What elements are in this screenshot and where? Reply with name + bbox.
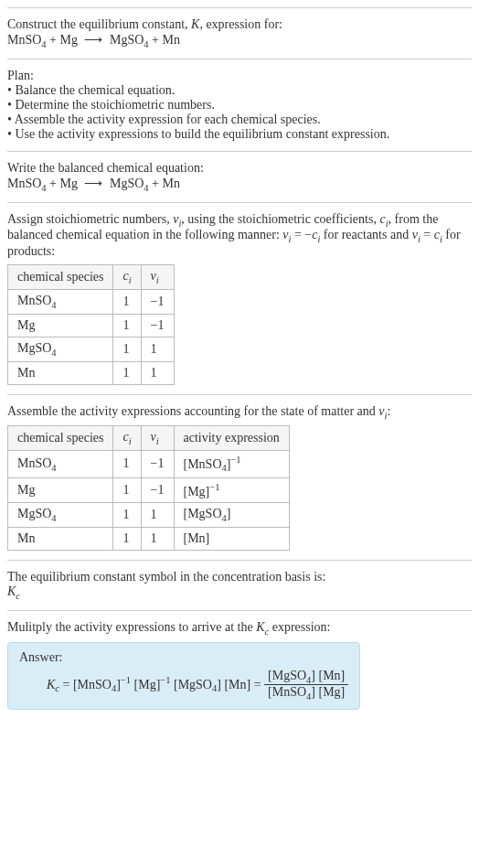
plan-bullet: • Determine the stoichiometric numbers.: [7, 98, 472, 113]
table-row: Mn 1 1: [8, 361, 175, 384]
col-species: chemical species: [8, 265, 113, 290]
plan-bullet: • Use the activity expressions to build …: [7, 127, 472, 142]
table-header-row: chemical species ci νi: [8, 265, 175, 290]
col-species: chemical species: [8, 426, 113, 451]
activity-intro: Assemble the activity expressions accoun…: [7, 404, 472, 421]
activity-section: Assemble the activity expressions accoun…: [7, 394, 472, 561]
col-ci: ci: [113, 265, 141, 290]
plan-bullet: • Balance the chemical equation.: [7, 83, 472, 98]
equation: MnSO4 + Mg ⟶ MgSO4 + Mn: [7, 33, 180, 47]
final-section: Mulitply the activity expressions to arr…: [7, 610, 472, 719]
table-row: MgSO4 1 1 [MgSO4]: [8, 503, 290, 528]
stoich-section: Assign stoichiometric numbers, νi, using…: [7, 202, 472, 394]
plan-bullet: • Assemble the activity expression for e…: [7, 113, 472, 127]
table-row: MgSO4 1 1: [8, 337, 175, 361]
k-symbol: K: [191, 17, 199, 31]
table-row: MnSO4 1 −1: [8, 289, 175, 314]
stoich-intro: Assign stoichiometric numbers, νi, using…: [7, 212, 472, 260]
table-row: Mg 1 −1 [Mg]−1: [8, 477, 290, 503]
plan-title: Plan:: [7, 69, 472, 83]
fraction: [MgSO4] [Mn] [MnSO4] [Mg]: [264, 669, 348, 702]
table-row: Mn 1 1 [Mn]: [8, 528, 290, 551]
balanced-equation: MnSO4 + Mg ⟶ MgSO4 + Mn: [7, 177, 180, 190]
text: , expression for:: [199, 17, 282, 31]
balanced-section: Write the balanced chemical equation: Mn…: [7, 151, 472, 202]
col-nui: νi: [141, 265, 174, 290]
col-nui: νi: [141, 426, 174, 451]
stoich-table: chemical species ci νi MnSO4 1 −1 Mg 1 −…: [7, 264, 175, 384]
table-row: MnSO4 1 −1 [MnSO4]−1: [8, 451, 290, 477]
symbol-line: The equilibrium constant symbol in the c…: [7, 570, 472, 584]
table-row: Mg 1 −1: [8, 314, 175, 337]
symbol-section: The equilibrium constant symbol in the c…: [7, 560, 472, 610]
final-intro: Mulitply the activity expressions to arr…: [7, 620, 472, 637]
balanced-title: Write the balanced chemical equation:: [7, 161, 472, 176]
col-ci: ci: [113, 426, 141, 451]
kc-symbol: Kc: [7, 584, 472, 601]
reaction-arrow-icon: ⟶: [84, 176, 102, 191]
reaction-arrow-icon: ⟶: [84, 32, 102, 48]
answer-label: Answer:: [19, 650, 348, 665]
answer-box: Answer: Kc = [MnSO4]−1 [Mg]−1 [MgSO4] [M…: [7, 642, 360, 711]
activity-table: chemical species ci νi activity expressi…: [7, 425, 290, 551]
table-header-row: chemical species ci νi activity expressi…: [8, 426, 290, 451]
col-activity: activity expression: [174, 426, 289, 451]
problem-statement: Construct the equilibrium constant, K, e…: [7, 7, 472, 59]
plan-section: Plan: • Balance the chemical equation. •…: [7, 59, 472, 151]
text: Construct the equilibrium constant,: [7, 17, 191, 31]
answer-expression: Kc = [MnSO4]−1 [Mg]−1 [MgSO4] [Mn] = [Mg…: [19, 669, 348, 702]
